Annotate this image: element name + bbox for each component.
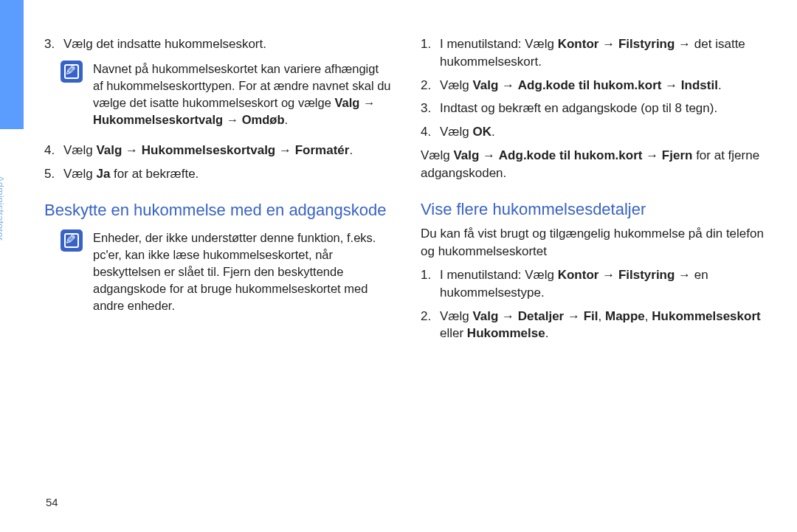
sidebar-section-label: Administratorer xyxy=(0,176,6,323)
note-block: Enheder, der ikke understøtter denne fun… xyxy=(61,229,391,314)
note-icon xyxy=(61,61,83,83)
page-number: 54 xyxy=(46,496,58,508)
right-column: 1. I menutilstand: Vælg Kontor → Filstyr… xyxy=(421,35,767,510)
step-text: Vælg OK. xyxy=(440,123,767,141)
step-text: Vælg Valg → Detaljer → Fil, Mappe, Hukom… xyxy=(440,308,767,343)
step-number: 3. xyxy=(44,35,63,53)
list-item: 5. Vælg Ja for at bekræfte. xyxy=(44,165,391,183)
list-item: 2. Vælg Valg → Detaljer → Fil, Mappe, Hu… xyxy=(421,308,767,343)
list-item: 4. Vælg Valg → Hukommelseskortvalg → For… xyxy=(44,142,391,159)
note-text: Enheder, der ikke understøtter denne fun… xyxy=(93,229,391,314)
note-block: Navnet på hukommelseskortet kan variere … xyxy=(61,61,391,128)
list-item: 2. Vælg Valg → Adg.kode til hukom.kort →… xyxy=(421,77,767,94)
step-text: I menutilstand: Vælg Kontor → Filstyring… xyxy=(440,35,767,71)
step-text: Vælg Valg → Adg.kode til hukom.kort → In… xyxy=(440,77,767,94)
paragraph: Vælg Valg → Adg.kode til hukom.kort → Fj… xyxy=(421,147,767,182)
list-item: 1. I menutilstand: Vælg Kontor → Filstyr… xyxy=(421,266,767,302)
step-text: I menutilstand: Vælg Kontor → Filstyring… xyxy=(440,266,767,302)
section-heading: Beskytte en hukommelse med en adgangskod… xyxy=(44,199,391,222)
step-number: 1. xyxy=(421,35,440,71)
step-number: 2. xyxy=(421,308,440,343)
list-item: 1. I menutilstand: Vælg Kontor → Filstyr… xyxy=(421,35,767,71)
step-number: 4. xyxy=(44,142,63,159)
note-icon xyxy=(61,229,83,252)
section-heading: Vise flere hukommelsesdetaljer xyxy=(421,198,767,221)
step-number: 2. xyxy=(421,77,440,94)
sidebar-accent-tab xyxy=(0,0,24,129)
list-item: 3. Vælg det indsatte hukommelseskort. xyxy=(44,35,391,53)
list-item: 3. Indtast og bekræft en adgangskode (op… xyxy=(421,100,767,117)
step-text: Indtast og bekræft en adgangskode (op ti… xyxy=(440,100,767,117)
step-text: Vælg Ja for at bekræfte. xyxy=(63,165,391,183)
step-number: 5. xyxy=(44,165,63,183)
step-number: 1. xyxy=(421,266,440,302)
step-number: 3. xyxy=(421,100,440,117)
page-content: 3. Vælg det indsatte hukommelseskort. Na… xyxy=(44,35,767,510)
list-item: 4. Vælg OK. xyxy=(421,123,767,141)
step-text: Vælg det indsatte hukommelseskort. xyxy=(63,35,391,53)
note-text: Navnet på hukommelseskortet kan variere … xyxy=(93,61,391,128)
step-text: Vælg Valg → Hukommelseskortvalg → Format… xyxy=(63,142,391,159)
paragraph: Du kan få vist brugt og tilgængelig huko… xyxy=(421,225,767,260)
step-number: 4. xyxy=(421,123,440,141)
left-column: 3. Vælg det indsatte hukommelseskort. Na… xyxy=(44,35,391,510)
